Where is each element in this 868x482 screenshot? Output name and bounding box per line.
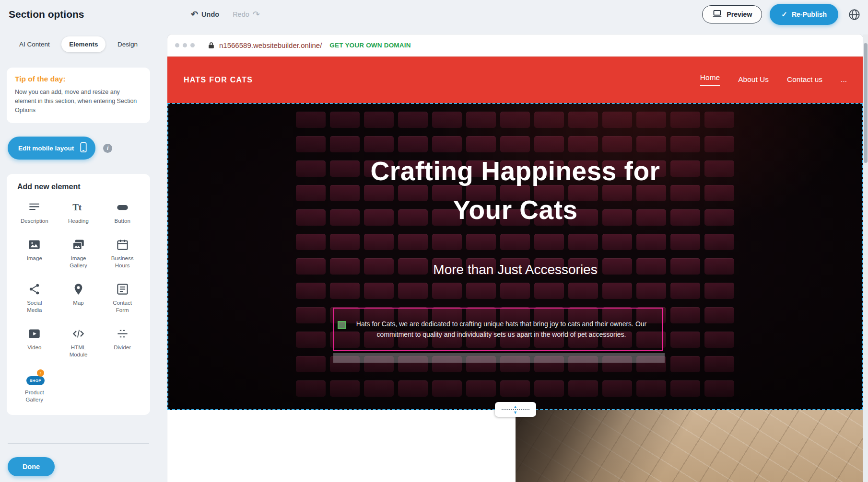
undo-button[interactable]: ↶ Undo [191,10,219,19]
monitor-icon [712,10,722,19]
window-dot [190,43,195,47]
code-icon [72,327,85,340]
preview-button[interactable]: Preview [702,5,762,23]
hero-tile [704,185,734,201]
hero-tile [398,380,428,397]
hero-tile [432,380,462,397]
element-map[interactable]: Map [57,283,101,314]
hero-tile [534,283,564,299]
divider-icon [116,327,129,340]
hero-section-selected[interactable]: Crafting Happiness for Your Cats More th… [167,103,863,410]
hero-tile [704,112,734,128]
hero-tile [704,307,734,323]
hero-subheading[interactable]: More than Just Accessories [168,262,862,277]
hero-tile [568,283,598,299]
hero-tile [330,234,360,250]
element-heading[interactable]: Tt Heading [57,201,101,225]
hero-tile [364,380,394,397]
hero-tile [602,112,632,128]
hero-heading[interactable]: Crafting Happiness for Your Cats [357,152,674,230]
scrollbar-thumb[interactable] [864,43,868,163]
hero-tile [670,332,700,348]
hero-tile [704,380,734,397]
check-icon: ✓ [781,10,787,19]
hero-tile [636,380,666,397]
pavement-image [516,410,863,482]
hero-tile [432,112,462,128]
element-contact-form[interactable]: Contact Form [100,283,144,314]
redo-button[interactable]: Redo ↷ [233,10,260,19]
hero-tile [636,234,666,250]
republish-label: Re-Publish [792,11,827,18]
sidebar-tabs: AI Content Elements Design [7,36,150,52]
hero-tile [364,136,394,152]
language-globe-icon[interactable] [846,6,862,23]
hero-tile [296,185,326,201]
hero-tile [704,136,734,152]
hero-tile [330,136,360,152]
lock-icon [208,42,214,49]
element-video[interactable]: Video [12,327,57,358]
element-business-hours[interactable]: Business Hours [100,238,144,269]
page-title: Section options [9,9,84,20]
get-domain-link[interactable]: GET YOUR OWN DOMAIN [329,42,411,49]
site-header: HATS FOR CATS Home About Us Contact us .… [167,57,863,103]
hero-tile [670,234,700,250]
element-image[interactable]: Image [12,238,57,269]
hero-tile [296,283,326,299]
hero-tile [670,380,700,397]
republish-button[interactable]: ✓ Re-Publish [770,4,838,25]
tab-elements[interactable]: Elements [61,36,106,52]
tab-ai-content[interactable]: AI Content [12,36,58,52]
hero-tile [398,136,428,152]
add-element-card: Add new element Description Tt Heading B… [7,174,150,414]
redo-icon: ↷ [253,10,260,19]
hero-tile [296,332,326,348]
nav-home[interactable]: Home [700,73,720,86]
element-placeholder-bar [333,353,665,363]
site-preview: HATS FOR CATS Home About Us Contact us .… [167,57,863,482]
hero-paragraph-text: Hats for Cats, we are dedicated to craft… [349,319,654,340]
hero-tile [704,161,734,177]
undo-redo-group: ↶ Undo Redo ↷ [191,0,260,29]
hero-tile [296,209,326,226]
hero-tile [534,380,564,397]
hero-tile [466,283,496,299]
element-social-media[interactable]: Social Media [12,283,57,314]
section-resize-handle[interactable]: ▲ ▼ [495,402,536,417]
element-html-module[interactable]: HTML Module [57,327,101,358]
preview-label: Preview [727,11,752,18]
info-icon[interactable]: i [103,144,112,153]
browser-chrome: n1566589.websitebuilder.online/ GET YOUR… [167,34,863,57]
element-button[interactable]: Button [100,201,144,225]
sidebar-divider [8,443,149,444]
element-divider[interactable]: Divider [100,327,144,358]
hero-tile [636,283,666,299]
hero-tile [296,380,326,397]
hero-tile [330,209,360,226]
undo-icon: ↶ [191,10,198,19]
hero-tile [670,307,700,323]
drag-handle[interactable] [338,321,346,329]
hero-tile [330,283,360,299]
hero-tile [330,161,360,177]
edit-mobile-layout-button[interactable]: Edit mobile layout [8,137,95,160]
element-image-gallery[interactable]: Image Gallery [57,238,101,269]
site-logo[interactable]: HATS FOR CATS [184,76,253,84]
tab-design[interactable]: Design [110,36,145,52]
nav-more-icon[interactable]: ... [841,75,847,85]
hero-tile [500,380,530,397]
nav-about-us[interactable]: About Us [738,75,769,85]
video-icon [28,327,41,340]
element-product-gallery[interactable]: SHOP ↑ Product Gallery [12,372,57,403]
hero-tile [500,136,530,152]
done-button[interactable]: Done [8,457,55,476]
hero-tile [500,283,530,299]
hero-paragraph-selected[interactable]: Hats for Cats, we are dedicated to craft… [333,308,663,351]
hero-tile [534,112,564,128]
next-section[interactable] [167,410,863,482]
next-section-blank [167,410,516,482]
nav-contact-us[interactable]: Contact us [787,75,822,85]
button-icon [116,201,129,214]
element-description[interactable]: Description [12,201,57,225]
